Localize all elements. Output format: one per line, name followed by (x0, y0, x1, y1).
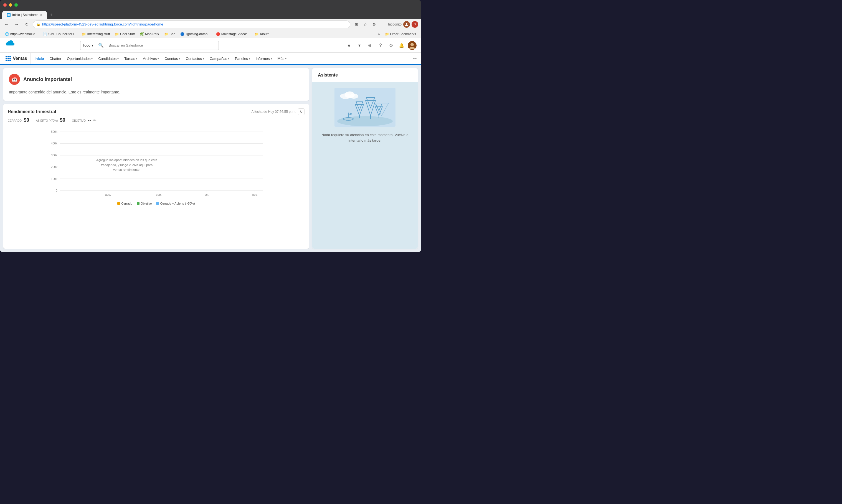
bookmark-mainstage[interactable]: 🔴 Mainstage Video:... (214, 31, 252, 37)
refresh-button[interactable]: ↻ (23, 20, 31, 28)
svg-text:500k: 500k (51, 130, 58, 133)
assistant-illustration (335, 88, 395, 127)
nav-edit-button[interactable]: ✏ (411, 53, 419, 64)
nav-label-campanas: Campañas (210, 57, 227, 61)
new-tab-button[interactable]: + (48, 11, 55, 19)
bookmark-moo-label: Moo Perk (145, 32, 159, 36)
browser-window: Inicio | Salesforce × + ← → ↻ 🔒 https://… (0, 0, 421, 252)
minimize-button[interactable] (9, 3, 12, 7)
nav-label-oportunidades: Oportunidades (67, 57, 90, 61)
nav-item-informes[interactable]: Informes ▾ (253, 53, 275, 64)
title-bar (0, 0, 421, 10)
nav-label-paneles: Paneles (235, 57, 248, 61)
bookmarks-bar: 🌐 https://webmail.d... 📄 SME Council for… (0, 30, 421, 38)
bookmark-bed[interactable]: 📁 Bed (162, 31, 178, 37)
nav-item-contactos[interactable]: Contactos ▾ (183, 53, 207, 64)
announcement-header: 📅 Anuncio Importante! (9, 74, 303, 85)
ssl-lock-icon: 🔒 (36, 22, 40, 26)
bookmarks-more-button[interactable]: » (376, 31, 382, 37)
user-avatar[interactable] (408, 41, 416, 50)
bookmark-webmail[interactable]: 🌐 https://webmail.d... (3, 31, 40, 37)
metric-abierto: ABIERTO (>70%) $0 (36, 117, 65, 123)
bookmark-cool[interactable]: 📁 Cool Stuff (113, 31, 137, 37)
search-input[interactable] (106, 43, 218, 48)
other-bookmarks-label: Other Bookmarks (390, 32, 416, 36)
nav-item-candidatos[interactable]: Candidatos ▾ (95, 53, 122, 64)
address-bar[interactable]: 🔒 https://speed-platform-4523-dev-ed.lig… (33, 20, 350, 28)
nav-label-candidatos: Candidatos (98, 57, 117, 61)
nav-item-chatter[interactable]: Chatter (47, 53, 64, 64)
favorites-dropdown-icon[interactable]: ▾ (355, 41, 364, 50)
help-icon[interactable]: ? (376, 41, 385, 50)
back-button[interactable]: ← (3, 20, 11, 28)
bookmark-bed-label: Bed (169, 32, 175, 36)
incognito-badge: Incognito G (388, 21, 418, 28)
svg-text:nov.: nov. (252, 193, 258, 196)
search-scope-label: Todo (83, 43, 90, 48)
bookmark-cool-folder-icon: 📁 (115, 32, 119, 36)
bookmark-sme[interactable]: 📄 SME Council for I... (41, 31, 79, 37)
nav-item-campanas[interactable]: Campañas ▾ (207, 53, 232, 64)
objetivo-edit-icon[interactable]: ✏ (93, 118, 96, 123)
forward-button[interactable]: → (13, 20, 20, 28)
active-tab[interactable]: Inicio | Salesforce × (2, 11, 47, 19)
legend-cerrado-label: Cerrado (121, 202, 132, 205)
search-icon: 🔍 (96, 43, 106, 48)
app-launcher-icon[interactable] (5, 56, 11, 61)
nav-item-cuentas[interactable]: Cuentas ▾ (162, 53, 183, 64)
vertical-dots-icon[interactable]: ⋮ (379, 20, 387, 28)
objetivo-value: -- (88, 117, 91, 123)
salesforce-logo[interactable] (4, 39, 16, 52)
bookmark-moo[interactable]: 🌿 Moo Perk (138, 31, 161, 37)
objetivo-label: OBJETIVO (72, 119, 86, 122)
nav-item-tareas[interactable]: Tareas ▾ (122, 53, 140, 64)
performance-card: Rendimiento trimestral A fecha de Hoy 07… (3, 104, 309, 249)
extensions-icon[interactable]: ⊞ (353, 20, 360, 28)
nav-label-mas: Más (277, 57, 285, 61)
cerrado-value: $0 (23, 117, 29, 123)
search-bar[interactable]: Todo ▾ 🔍 (80, 41, 219, 50)
svg-text:Agregue las oportunidades en l: Agregue las oportunidades en las que est… (96, 158, 157, 162)
nav-label-chatter: Chatter (50, 57, 61, 61)
favorites-icon[interactable]: ★ (344, 41, 353, 50)
refresh-button[interactable]: ↻ (298, 108, 305, 115)
nav-item-oportunidades[interactable]: Oportunidades ▾ (64, 53, 95, 64)
candidatos-caret: ▾ (117, 57, 119, 60)
abierto-value: $0 (60, 117, 66, 123)
close-button[interactable] (3, 3, 7, 7)
bookmark-lightning[interactable]: 🔵 lightning-databl... (178, 31, 213, 37)
legend-objetivo-dot (137, 202, 140, 205)
tab-close-button[interactable]: × (40, 13, 42, 17)
maximize-button[interactable] (14, 3, 18, 7)
nav-item-archivos[interactable]: Archivos ▾ (140, 53, 162, 64)
bookmark-interesting[interactable]: 📁 Interesting stuff (79, 31, 112, 37)
search-scope-dropdown[interactable]: Todo ▾ (80, 41, 96, 50)
other-bookmarks-folder-icon: 📁 (385, 32, 389, 36)
main-content: 📅 Anuncio Importante! Importante conteni… (0, 65, 421, 252)
legend-cerrado-abierto: Cerrado + Abierto (>70%) (156, 202, 195, 205)
nav-item-mas[interactable]: Más ▾ (275, 53, 289, 64)
profile-avatar[interactable] (403, 21, 410, 28)
bookmark-sme-label: SME Council for I... (48, 32, 77, 36)
header-actions: ★ ▾ ⊕ ? ⚙ 🔔 (344, 41, 416, 50)
svg-point-1 (406, 23, 407, 25)
paneles-caret: ▾ (249, 57, 250, 60)
tab-favicon (7, 13, 11, 17)
nav-item-paneles[interactable]: Paneles ▾ (232, 53, 253, 64)
assistant-body: Nada requiere su atención en este moment… (312, 82, 418, 249)
setup-icon[interactable]: ⚙ (387, 41, 395, 50)
bookmark-webmail-favicon: 🌐 (5, 32, 9, 36)
other-bookmarks[interactable]: 📁 Other Bookmarks (383, 31, 418, 37)
browser-toolbar: ← → ↻ 🔒 https://speed-platform-4523-dev-… (0, 19, 421, 30)
bookmark-star-icon[interactable]: ☆ (361, 20, 369, 28)
google-account-avatar[interactable]: G (412, 21, 418, 28)
mas-caret: ▾ (285, 57, 286, 60)
add-icon[interactable]: ⊕ (365, 41, 374, 50)
settings-icon[interactable]: ⚙ (370, 20, 378, 28)
nav-item-inicio[interactable]: Inicio (32, 53, 47, 64)
notifications-icon[interactable]: 🔔 (397, 41, 406, 50)
archivos-caret: ▾ (158, 57, 159, 60)
performance-metrics: CERRADO $0 ABIERTO (>70%) $0 OBJETIVO --… (8, 117, 305, 123)
campanas-caret: ▾ (228, 57, 229, 60)
bookmark-kloutr[interactable]: 📁 Kloutr (252, 31, 271, 37)
